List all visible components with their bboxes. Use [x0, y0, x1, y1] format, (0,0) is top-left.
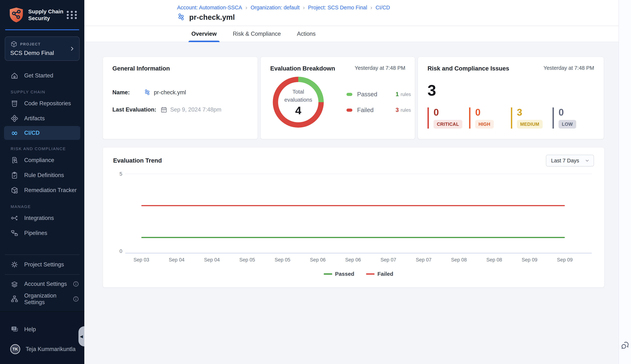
cube-icon: [10, 40, 18, 48]
sidebar-item-label: Compliance: [24, 157, 54, 164]
user-name: Teja Kummarikuntla: [26, 346, 76, 352]
tab-bar: Overview Risk & Compliance Actions: [84, 26, 618, 42]
risk-compliance-issues-card: Risk and Compliance Issues Yesterday at …: [418, 57, 604, 139]
severity-item-critical: 0 CRITICAL: [428, 108, 469, 128]
name-label: Name:: [112, 89, 140, 96]
brand-divider: [5, 29, 79, 30]
nav-section-supply-chain: SUPPLY CHAIN: [11, 90, 84, 94]
severity-row: 0 CRITICAL 0 HIGH 3 MEDIUM 0 LOW: [428, 108, 594, 128]
avatar: TK: [10, 344, 20, 354]
pipelines-icon: [10, 229, 19, 237]
date-range-dropdown[interactable]: Last 7 Days: [546, 155, 594, 166]
tab-overview[interactable]: Overview: [190, 26, 218, 42]
nav-section-risk-compliance: RISK AND COMPLIANCE: [11, 146, 84, 151]
brand-title: Supply Chain Security: [28, 8, 67, 22]
sidebar-item-label: Rule Definitions: [24, 172, 64, 178]
sidebar-item-account-settings[interactable]: Account Settings: [0, 276, 84, 292]
sidebar-item-integrations[interactable]: Integrations: [0, 210, 84, 226]
svg-text:?: ?: [13, 327, 15, 330]
medium-count: 3: [517, 108, 522, 117]
evaluation-trend-chart: 5 0 Sep 03Sep 04Sep 04Sep 05Sep 05Sep 06…: [113, 174, 594, 277]
compliance-doc-search-icon: [10, 156, 19, 164]
main-area: Account: Automation-SSCA › Organization:…: [84, 0, 618, 364]
high-count: 0: [475, 108, 481, 117]
supply-chain-security-logo-icon: [9, 7, 24, 23]
evaluation-breakdown-card: Evaluation Breakdown Yesterday at 7:48 P…: [261, 57, 415, 139]
breadcrumb-project-link[interactable]: Project: SCS Demo Final: [308, 4, 367, 10]
cicd-infinity-icon: ∞: [10, 129, 19, 137]
trend-legend: Passed Failed: [125, 271, 592, 277]
pipeline-name-value: pr-check.yml: [154, 89, 186, 96]
legend-count-0: 1: [396, 91, 399, 98]
gear-icon: [10, 260, 19, 269]
sidebar-item-help[interactable]: ? Help: [0, 322, 84, 337]
severity-item-low: 0 LOW: [553, 108, 594, 128]
trend-legend-dash-0: [324, 273, 332, 275]
sidebar-item-code-repositories[interactable]: </> Code Repositories: [0, 96, 84, 111]
sidebar-item-rule-definitions[interactable]: Rule Definitions: [0, 168, 84, 183]
sidebar-item-label: Get Started: [24, 72, 53, 79]
sidebar-divider: [5, 274, 80, 275]
total-evaluations-value: 4: [295, 104, 301, 117]
project-label: PROJECT: [20, 42, 41, 46]
sidebar-item-pipelines[interactable]: Pipelines: [0, 226, 84, 240]
code-repository-icon: </>: [10, 99, 19, 108]
sidebar-item-remediation-tracker[interactable]: Remediation Tracker: [0, 183, 84, 198]
critical-count: 0: [434, 108, 439, 117]
failed-series-line: [141, 205, 565, 206]
chevron-right-icon: [69, 46, 75, 52]
severity-item-high: 0 HIGH: [469, 108, 511, 128]
card-title: General Information: [112, 65, 170, 72]
brand: Supply Chain Security: [0, 0, 84, 28]
breadcrumb-cicd-link[interactable]: CI/CD: [376, 4, 390, 10]
tab-actions[interactable]: Actions: [296, 26, 317, 42]
low-badge: LOW: [559, 120, 576, 128]
card-title: Risk and Compliance Issues: [428, 65, 509, 72]
tab-risk-compliance[interactable]: Risk & Compliance: [232, 26, 282, 42]
sidebar-item-cicd[interactable]: ∞ CI/CD: [4, 126, 80, 140]
integrations-icon: [10, 214, 19, 222]
sidebar: Supply Chain Security PROJECT SCS Demo F…: [0, 0, 84, 364]
sidebar-item-get-started[interactable]: Get Started: [0, 68, 84, 83]
legend-row-failed: Failed 3 rules: [346, 106, 411, 114]
info-icon[interactable]: [73, 281, 79, 287]
last-evaluation-label: Last Evaluation:: [112, 106, 156, 113]
project-selector[interactable]: PROJECT SCS Demo Final: [5, 36, 80, 61]
breadcrumb: Account: Automation-SSCA › Organization:…: [177, 4, 611, 10]
trend-legend-passed: Passed: [324, 271, 354, 277]
calendar-icon: [160, 106, 167, 113]
breadcrumb-account-link[interactable]: Account: Automation-SSCA: [177, 4, 242, 10]
sidebar-item-label: CI/CD: [24, 130, 40, 136]
sidebar-item-project-settings[interactable]: Project Settings: [0, 257, 84, 272]
sidebar-item-compliance[interactable]: Compliance: [0, 153, 84, 168]
sidebar-item-label: Integrations: [24, 215, 54, 221]
chat-support-icon[interactable]: [620, 341, 630, 351]
module-switcher-icon[interactable]: [67, 9, 78, 20]
card-title: Evaluation Trend: [113, 157, 162, 164]
sidebar-item-organization-settings[interactable]: Organization Settings: [0, 292, 84, 306]
date-range-value: Last 7 Days: [551, 158, 579, 164]
sidebar-item-label: Artifacts: [24, 115, 45, 122]
chevron-down-icon: [585, 158, 589, 163]
right-rail: [618, 0, 631, 364]
project-name: SCS Demo Final: [10, 50, 74, 56]
organization-settings-icon: [10, 295, 19, 303]
rule-definitions-clipboard-icon: [10, 171, 19, 180]
breadcrumb-organization-link[interactable]: Organization: default: [251, 4, 300, 10]
home-icon: [10, 72, 19, 80]
artifacts-icon: [10, 114, 19, 123]
sidebar-item-label: Account Settings: [24, 281, 67, 287]
info-icon[interactable]: [73, 296, 79, 302]
sidebar-collapse-button[interactable]: ◀: [78, 326, 84, 346]
donut-legend: Passed 1 rules Failed 3 rules: [346, 91, 411, 114]
trend-legend-failed: Failed: [366, 271, 393, 277]
trend-legend-dash-1: [366, 273, 374, 275]
overview-content: General Information Name: pr-check.yml L…: [84, 42, 618, 364]
donut-center: Total evaluations 4: [278, 82, 318, 122]
user-menu[interactable]: TK Teja Kummarikuntla: [0, 342, 84, 357]
y-tick-label: 5: [115, 171, 122, 177]
sidebar-item-artifacts[interactable]: Artifacts: [0, 111, 84, 126]
pipeline-icon: [144, 89, 151, 96]
medium-badge: MEDIUM: [517, 120, 543, 128]
help-chat-icon: ?: [10, 325, 19, 334]
